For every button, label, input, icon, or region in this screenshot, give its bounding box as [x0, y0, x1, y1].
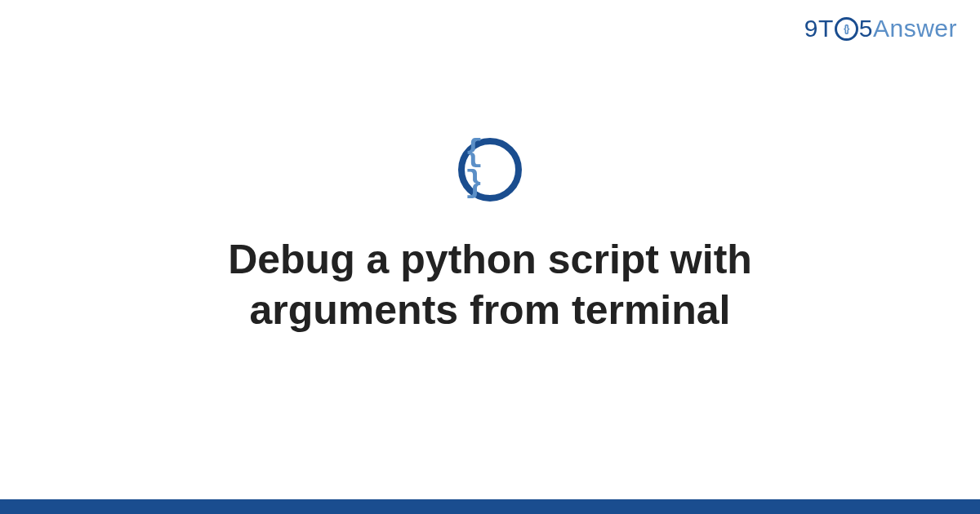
- code-icon-circle: { }: [458, 138, 522, 202]
- braces-icon: { }: [465, 137, 515, 199]
- main-content: { } Debug a python script with arguments…: [0, 0, 980, 514]
- footer-accent-bar: [0, 499, 980, 514]
- page-title: Debug a python script with arguments fro…: [122, 234, 858, 336]
- hero-icon: { }: [458, 138, 522, 202]
